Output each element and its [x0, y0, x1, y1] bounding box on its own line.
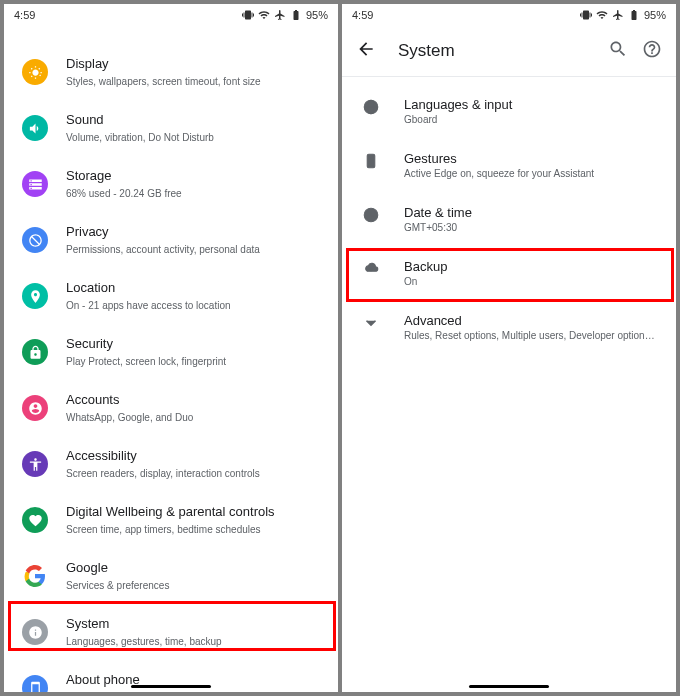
item-title: Location	[66, 280, 320, 297]
status-time: 4:59	[14, 9, 35, 21]
status-bar: 4:59 95%	[4, 4, 338, 26]
settings-item-google[interactable]: Google Services & preferences	[4, 548, 338, 604]
item-sub: Services & preferences	[66, 579, 320, 592]
item-sub: Gboard	[404, 114, 658, 125]
settings-list[interactable]: Display Styles, wallpapers, screen timeo…	[4, 26, 338, 692]
back-button[interactable]	[356, 39, 376, 63]
battery-icon	[290, 9, 302, 21]
item-sub: Screen readers, display, interaction con…	[66, 467, 320, 480]
settings-item-sound[interactable]: Sound Volume, vibration, Do Not Disturb	[4, 100, 338, 156]
search-button[interactable]	[608, 39, 628, 63]
airplane-icon	[612, 9, 624, 21]
cloud-icon	[360, 259, 382, 278]
vibrate-icon	[580, 9, 592, 21]
item-sub: Permissions, account activity, personal …	[66, 243, 320, 256]
item-title: Date & time	[404, 205, 658, 220]
item-title: Storage	[66, 168, 320, 185]
status-icons: 95%	[580, 9, 666, 21]
airplane-icon	[274, 9, 286, 21]
item-sub: Rules, Reset options, Multiple users, De…	[404, 330, 658, 341]
help-button[interactable]	[642, 39, 662, 63]
settings-item-system[interactable]: System Languages, gestures, time, backup	[4, 604, 338, 660]
item-sub: Active Edge on, squeeze for your Assista…	[404, 168, 658, 179]
gesture-icon	[360, 151, 382, 170]
google-icon	[22, 563, 48, 589]
item-title: Privacy	[66, 224, 320, 241]
phone-icon	[22, 675, 48, 692]
item-title: Languages & input	[404, 97, 658, 112]
system-header: System	[342, 26, 676, 76]
page-title: System	[398, 41, 608, 61]
battery-icon	[628, 9, 640, 21]
item-sub: Pixel 3a	[66, 691, 320, 692]
account-icon	[22, 395, 48, 421]
accessibility-icon	[22, 451, 48, 477]
battery-pct: 95%	[644, 9, 666, 21]
system-item-gestures[interactable]: Gestures Active Edge on, squeeze for you…	[342, 139, 676, 193]
storage-icon	[22, 171, 48, 197]
item-sub: Languages, gestures, time, backup	[66, 635, 320, 648]
item-title: Accessibility	[66, 448, 320, 465]
item-sub: Volume, vibration, Do Not Disturb	[66, 131, 320, 144]
item-title: Security	[66, 336, 320, 353]
item-sub: On - 21 apps have access to location	[66, 299, 320, 312]
settings-item-security[interactable]: Security Play Protect, screen lock, fing…	[4, 324, 338, 380]
settings-item-privacy[interactable]: Privacy Permissions, account activity, p…	[4, 212, 338, 268]
volume-icon	[22, 115, 48, 141]
item-title: Gestures	[404, 151, 658, 166]
clock-icon	[360, 205, 382, 224]
item-sub: Screen time, app timers, bedtime schedul…	[66, 523, 320, 536]
vibrate-icon	[242, 9, 254, 21]
system-item-languages[interactable]: Languages & input Gboard	[342, 85, 676, 139]
item-sub: Play Protect, screen lock, fingerprint	[66, 355, 320, 368]
lock-icon	[22, 339, 48, 365]
item-title: Google	[66, 560, 320, 577]
system-item-advanced[interactable]: Advanced Rules, Reset options, Multiple …	[342, 301, 676, 355]
item-sub: Styles, wallpapers, screen timeout, font…	[66, 75, 320, 88]
settings-item-storage[interactable]: Storage 68% used - 20.24 GB free	[4, 156, 338, 212]
info-icon	[22, 619, 48, 645]
status-bar: 4:59 95%	[342, 4, 676, 26]
system-item-backup[interactable]: Backup On	[342, 247, 676, 301]
pin-icon	[22, 283, 48, 309]
status-icons: 95%	[242, 9, 328, 21]
item-title: Backup	[404, 259, 658, 274]
item-sub: WhatsApp, Google, and Duo	[66, 411, 320, 424]
globe-icon	[360, 97, 382, 116]
item-sub: GMT+05:30	[404, 222, 658, 233]
system-list[interactable]: Languages & input Gboard Gestures Active…	[342, 77, 676, 355]
brightness-icon	[22, 59, 48, 85]
nav-bar[interactable]	[131, 685, 211, 688]
wifi-icon	[596, 9, 608, 21]
item-title: Advanced	[404, 313, 658, 328]
item-sub: On	[404, 276, 658, 287]
settings-item-location[interactable]: Location On - 21 apps have access to loc…	[4, 268, 338, 324]
system-item-datetime[interactable]: Date & time GMT+05:30	[342, 193, 676, 247]
chevron-down-icon	[360, 313, 382, 332]
system-screen: 4:59 95% System Lan	[342, 4, 676, 692]
battery-pct: 95%	[306, 9, 328, 21]
item-title: Sound	[66, 112, 320, 129]
nav-bar[interactable]	[469, 685, 549, 688]
heart-icon	[22, 507, 48, 533]
item-sub: 68% used - 20.24 GB free	[66, 187, 320, 200]
item-title: System	[66, 616, 320, 633]
settings-screen: 4:59 95% Display Styles, wallpapers, scr…	[4, 4, 338, 692]
item-title: Display	[66, 56, 320, 73]
privacy-icon	[22, 227, 48, 253]
settings-item-accessibility[interactable]: Accessibility Screen readers, display, i…	[4, 436, 338, 492]
item-title: Digital Wellbeing & parental controls	[66, 504, 320, 521]
svg-point-4	[370, 165, 372, 167]
settings-item-accounts[interactable]: Accounts WhatsApp, Google, and Duo	[4, 380, 338, 436]
status-time: 4:59	[352, 9, 373, 21]
settings-item-display[interactable]: Display Styles, wallpapers, screen timeo…	[4, 44, 338, 100]
settings-item-wellbeing[interactable]: Digital Wellbeing & parental controls Sc…	[4, 492, 338, 548]
item-title: Accounts	[66, 392, 320, 409]
wifi-icon	[258, 9, 270, 21]
